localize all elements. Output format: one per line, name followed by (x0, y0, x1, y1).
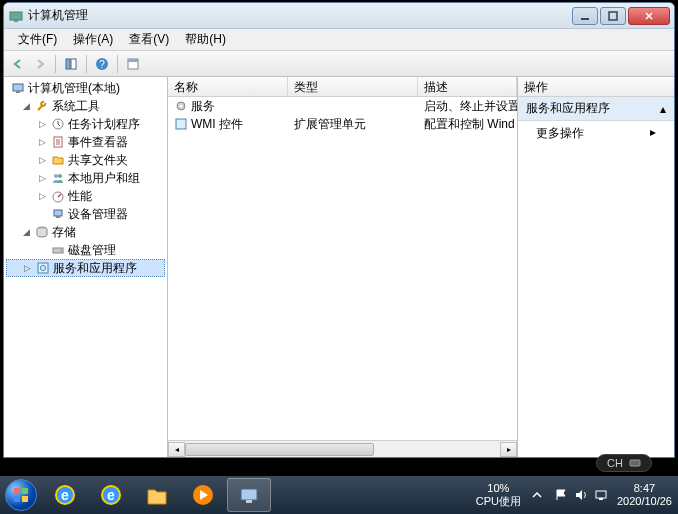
tree-services-apps[interactable]: ▷ 服务和应用程序 (6, 259, 165, 277)
window-title: 计算机管理 (28, 7, 572, 24)
svg-point-15 (58, 174, 62, 178)
tree-performance[interactable]: ▷ 性能 (6, 187, 165, 205)
actions-more[interactable]: 更多操作 ▸ (518, 121, 674, 146)
language-indicator[interactable]: CH (596, 454, 652, 472)
expand-icon[interactable]: ▷ (36, 173, 48, 183)
svg-point-21 (60, 250, 62, 252)
column-desc[interactable]: 描述 (418, 77, 517, 96)
cell-desc: 配置和控制 Wind (424, 116, 515, 133)
tree-device-manager[interactable]: 设备管理器 (6, 205, 165, 223)
svg-text:e: e (107, 487, 115, 503)
tree-label: 设备管理器 (68, 206, 128, 223)
menu-file[interactable]: 文件(F) (10, 29, 65, 50)
tree-panel: 计算机管理(本地) ◢ 系统工具 ▷ 任务计划程序 ▷ 事件查看器 ▷ 共享文件… (4, 77, 168, 457)
svg-rect-26 (176, 119, 186, 129)
menu-view[interactable]: 查看(V) (121, 29, 177, 50)
tree-label: 共享文件夹 (68, 152, 128, 169)
view-button[interactable] (123, 54, 143, 74)
svg-rect-2 (581, 18, 589, 20)
tree-label: 磁盘管理 (68, 242, 116, 259)
list-header: 名称 类型 描述 (168, 77, 517, 97)
taskbar-ie-icon[interactable]: e (89, 478, 133, 512)
event-icon (50, 134, 66, 150)
collapse-icon[interactable]: ◢ (20, 227, 32, 237)
horizontal-scrollbar[interactable]: ◂ ▸ (168, 440, 517, 457)
close-button[interactable] (628, 7, 670, 25)
actions-section[interactable]: 服务和应用程序 ▴ (518, 97, 674, 121)
svg-rect-9 (128, 59, 138, 62)
list-body: 服务 启动、终止并设置 WMI 控件 扩展管理单元 配置和控制 Wind (168, 97, 517, 440)
minimize-button[interactable] (572, 7, 598, 25)
show-hide-tree-button[interactable] (61, 54, 81, 74)
tree-label: 系统工具 (52, 98, 100, 115)
svg-rect-1 (14, 20, 18, 22)
tree-shared-folders[interactable]: ▷ 共享文件夹 (6, 151, 165, 169)
tray-icons (553, 487, 609, 503)
content-area: 计算机管理(本地) ◢ 系统工具 ▷ 任务计划程序 ▷ 事件查看器 ▷ 共享文件… (4, 77, 674, 457)
disk-icon (50, 242, 66, 258)
collapse-icon[interactable]: ◢ (20, 101, 32, 111)
wmi-icon (174, 117, 188, 131)
expand-icon[interactable]: ▷ (36, 137, 48, 147)
back-button[interactable] (8, 54, 28, 74)
scroll-right-button[interactable]: ▸ (500, 442, 517, 457)
svg-rect-38 (246, 500, 252, 503)
taskbar-mmc-icon[interactable] (227, 478, 271, 512)
clock[interactable]: 8:47 2020/10/26 (617, 482, 672, 508)
start-button[interactable] (0, 476, 42, 514)
time: 8:47 (634, 482, 655, 495)
keyboard-icon (629, 457, 641, 469)
help-button[interactable]: ? (92, 54, 112, 74)
tree-label: 性能 (68, 188, 92, 205)
expand-icon[interactable]: ▷ (36, 191, 48, 201)
cpu-meter[interactable]: 10% CPU使用 (476, 482, 521, 508)
storage-icon (34, 224, 50, 240)
svg-rect-37 (241, 489, 257, 500)
menu-action[interactable]: 操作(A) (65, 29, 121, 50)
maximize-button[interactable] (600, 7, 626, 25)
tree-system-tools[interactable]: ◢ 系统工具 (6, 97, 165, 115)
tree-disk-management[interactable]: 磁盘管理 (6, 241, 165, 259)
tree-label: 存储 (52, 224, 76, 241)
actions-more-label: 更多操作 (536, 125, 584, 142)
column-name[interactable]: 名称 (168, 77, 288, 96)
speaker-icon[interactable] (573, 487, 589, 503)
tray-expand-icon[interactable] (529, 487, 545, 503)
expand-icon[interactable]: ▷ (36, 119, 48, 129)
expand-icon[interactable]: ▷ (36, 155, 48, 165)
titlebar: 计算机管理 (4, 3, 674, 29)
scroll-track[interactable] (185, 442, 500, 457)
menu-help[interactable]: 帮助(H) (177, 29, 234, 50)
svg-rect-17 (54, 210, 62, 216)
tree-event-viewer[interactable]: ▷ 事件查看器 (6, 133, 165, 151)
tree-local-users[interactable]: ▷ 本地用户和组 (6, 169, 165, 187)
tree-root[interactable]: 计算机管理(本地) (6, 79, 165, 97)
language-label: CH (607, 457, 623, 469)
computer-icon (10, 80, 26, 96)
expand-icon[interactable]: ▷ (21, 263, 33, 273)
toolbar-separator (86, 55, 87, 73)
tree-storage[interactable]: ◢ 存储 (6, 223, 165, 241)
list-row[interactable]: 服务 启动、终止并设置 (168, 97, 517, 115)
clock-icon (50, 116, 66, 132)
svg-text:e: e (61, 487, 69, 503)
network-icon[interactable] (593, 487, 609, 503)
taskbar-explorer-icon[interactable] (135, 478, 179, 512)
tree-task-scheduler[interactable]: ▷ 任务计划程序 (6, 115, 165, 133)
forward-button[interactable] (30, 54, 50, 74)
taskbar-ie-icon[interactable]: e (43, 478, 87, 512)
cpu-percent: 10% (487, 482, 509, 495)
toolbar-separator (117, 55, 118, 73)
windows-logo-icon (5, 479, 37, 511)
cell-desc: 启动、终止并设置 (424, 98, 517, 115)
taskbar-media-icon[interactable] (181, 478, 225, 512)
flag-icon[interactable] (553, 487, 569, 503)
cpu-label: CPU使用 (476, 495, 521, 508)
cell-name: 服务 (191, 98, 215, 115)
scroll-thumb[interactable] (185, 443, 374, 456)
actions-panel: 操作 服务和应用程序 ▴ 更多操作 ▸ (518, 77, 674, 457)
scroll-left-button[interactable]: ◂ (168, 442, 185, 457)
list-row[interactable]: WMI 控件 扩展管理单元 配置和控制 Wind (168, 115, 517, 133)
date: 2020/10/26 (617, 495, 672, 508)
column-type[interactable]: 类型 (288, 77, 418, 96)
